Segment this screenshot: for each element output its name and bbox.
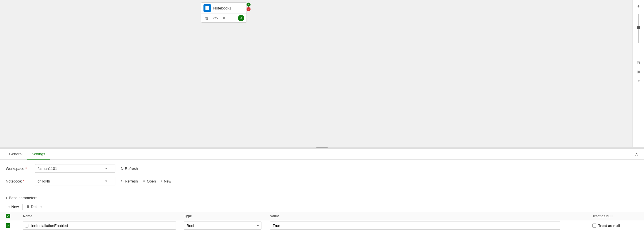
tab-general-label: General: [9, 152, 22, 156]
workspace-value: fazhan1101: [38, 166, 57, 171]
notebook-refresh-label: Refresh: [125, 179, 138, 183]
zoom-slider-thumb[interactable]: [637, 26, 640, 29]
notebook-actions: ↻ Refresh ✏ Open + New: [119, 178, 173, 185]
workspace-label: Workspace *: [6, 166, 32, 171]
notebook-open-button[interactable]: ✏ Open: [141, 178, 158, 185]
panel-collapse-button[interactable]: ∧: [634, 150, 639, 158]
refresh-icon: ↻: [121, 166, 124, 171]
notebook-refresh-button[interactable]: ↻ Refresh: [119, 178, 140, 185]
workspace-dropdown[interactable]: fazhan1101 ▾: [35, 164, 115, 173]
col-value-header: Value: [270, 214, 592, 218]
params-toolbar: + New 🗑 Delete: [0, 202, 644, 212]
workspace-row: Workspace * fazhan1101 ▾ ↻ Refresh: [6, 164, 638, 173]
section-chevron-icon: ▾: [6, 196, 7, 199]
col-null-header: Treat as null: [592, 214, 638, 218]
tab-general[interactable]: General: [5, 149, 27, 160]
notebook-node-header: Notebook1 ✓ ✕: [201, 3, 247, 13]
canvas-area: Notebook1 ✓ ✕ 🗑 </> ⧉ ➜: [0, 0, 644, 147]
workspace-actions: ↻ Refresh: [119, 165, 140, 172]
workspace-refresh-button[interactable]: ↻ Refresh: [119, 165, 140, 172]
row-null-cell: Treat as null: [592, 224, 638, 228]
row-type-dropdown[interactable]: Bool String Int Float: [184, 222, 261, 230]
row-null-checkbox[interactable]: [592, 224, 596, 228]
tabs-bar: General Settings ∧: [0, 149, 644, 160]
right-sidebar: + − ⊡ ⊞ ↗: [633, 0, 644, 147]
tabs-left: General Settings: [5, 149, 50, 159]
notebook-required: *: [23, 179, 24, 183]
zoom-in-button[interactable]: +: [635, 2, 643, 10]
notebook-new-button[interactable]: + New: [159, 178, 173, 185]
params-new-plus-icon: +: [8, 205, 10, 209]
col-type-header: Type: [184, 214, 270, 218]
workspace-required: *: [25, 166, 27, 171]
status-check-icon: ✓: [247, 3, 251, 7]
new-plus-icon: +: [160, 179, 163, 183]
notebook-node-toolbar: 🗑 </> ⧉ ➜: [201, 13, 247, 22]
params-delete-button[interactable]: 🗑 Delete: [24, 203, 44, 210]
header-checkbox[interactable]: ✓: [6, 214, 10, 218]
open-icon: ✏: [143, 179, 146, 183]
tab-settings-label: Settings: [32, 152, 45, 156]
params-delete-label: Delete: [31, 205, 42, 209]
collapse-canvas-button[interactable]: ↗: [635, 77, 643, 85]
base-parameters-label: Base parameters: [9, 196, 37, 200]
row-name-input[interactable]: [23, 222, 176, 230]
params-new-label: New: [11, 205, 19, 209]
params-table-header: ✓ Name Type Value Treat as null: [0, 212, 644, 220]
notebook-node-title: Notebook1: [213, 6, 244, 10]
row-null-label: Treat as null: [598, 224, 620, 228]
node-delete-button[interactable]: 🗑: [203, 15, 210, 21]
zoom-slider-track: [638, 14, 639, 43]
notebook-open-label: Open: [147, 179, 156, 183]
params-divider: [22, 204, 23, 210]
row-value-cell: [270, 222, 592, 230]
main-container: Notebook1 ✓ ✕ 🗑 </> ⧉ ➜: [0, 0, 644, 231]
settings-form: Workspace * fazhan1101 ▾ ↻ Refresh Not: [0, 160, 644, 194]
status-x-icon: ✕: [247, 7, 251, 11]
notebook-icon: [203, 4, 211, 12]
drag-handle-bar: [316, 147, 328, 148]
node-copy-button[interactable]: ⧉: [221, 15, 227, 21]
col-name-header: Name: [23, 214, 184, 218]
notebook-dropdown[interactable]: childNb ▾: [35, 177, 115, 185]
notebook-value: childNb: [38, 179, 50, 183]
notebook-chevron-icon: ▾: [105, 179, 107, 183]
row-name-cell: [23, 222, 184, 230]
table-row: ✓ Bool String Int Float Treat as null: [0, 220, 644, 231]
bottom-panel: General Settings ∧ Workspace * fazhan110…: [0, 148, 644, 231]
col-check-header: ✓: [6, 214, 23, 218]
expand-button[interactable]: ⊞: [635, 68, 643, 76]
row-checkbox-cell: ✓: [6, 223, 23, 228]
fit-view-button[interactable]: ⊡: [635, 59, 643, 67]
base-parameters-section[interactable]: ▾ Base parameters: [0, 194, 644, 202]
node-code-button[interactable]: </>: [212, 15, 218, 21]
row-checkbox[interactable]: ✓: [6, 223, 10, 228]
row-value-input[interactable]: [270, 222, 560, 230]
notebook-new-label: New: [164, 179, 171, 183]
params-new-button[interactable]: + New: [6, 203, 21, 210]
zoom-out-button[interactable]: −: [635, 47, 643, 55]
notebook-node: Notebook1 ✓ ✕ 🗑 </> ⧉ ➜: [201, 2, 247, 23]
tab-settings[interactable]: Settings: [27, 149, 50, 160]
notebook-row: Notebook * childNb ▾ ↻ Refresh ✏ Open: [6, 177, 638, 185]
row-type-cell: Bool String Int Float: [184, 222, 270, 230]
notebook-refresh-icon: ↻: [121, 179, 124, 183]
node-status-icons: ✓ ✕: [247, 3, 251, 11]
params-delete-icon: 🗑: [26, 205, 30, 209]
node-arrow-button[interactable]: ➜: [238, 15, 244, 21]
notebook-label: Notebook *: [6, 179, 32, 183]
workspace-refresh-label: Refresh: [125, 166, 138, 171]
zoom-slider-container: [638, 11, 639, 46]
workspace-chevron-icon: ▾: [105, 167, 107, 170]
